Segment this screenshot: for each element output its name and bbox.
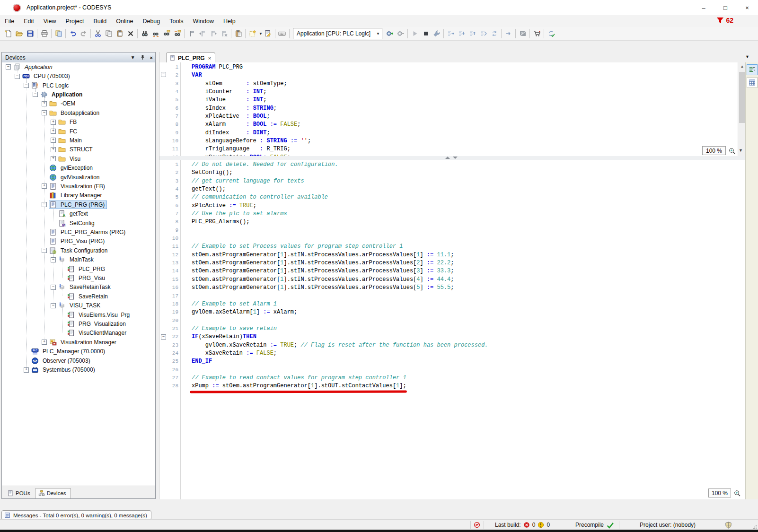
tree-item-saveretaintask[interactable]: −SaveRetainTask	[2, 283, 155, 292]
expand-toggle-icon[interactable]: +	[24, 367, 29, 373]
open-project-button[interactable]	[14, 28, 25, 39]
tree-item-gvlvisualization[interactable]: gvlVisualization	[2, 173, 155, 182]
tree-item-application[interactable]: −Application	[2, 90, 155, 99]
expand-toggle-icon[interactable]: +	[51, 138, 56, 143]
expand-toggle-icon[interactable]: +	[51, 156, 56, 161]
paste-clipboard-button[interactable]	[233, 28, 244, 39]
tree-item-gvlexception[interactable]: gvlException	[2, 163, 155, 172]
maximize-button[interactable]: □	[714, 0, 736, 15]
implementation-zoom-icon[interactable]	[732, 488, 742, 497]
textual-declaration-view-button[interactable]	[747, 64, 758, 75]
device-tree[interactable]: −Application−CPUCPU (705003)−PLC Logic−A…	[2, 62, 155, 486]
edit-object-button[interactable]	[263, 28, 273, 39]
tree-item-cpu-705003[interactable]: −CPUCPU (705003)	[2, 71, 155, 80]
tree-item-bootapplication[interactable]: −Bootapplication	[2, 108, 155, 117]
security-shield-icon[interactable]	[725, 520, 732, 530]
menu-help[interactable]: Help	[219, 17, 240, 26]
tree-item-visu-task[interactable]: −VISU_TASK	[2, 301, 155, 310]
logout-button[interactable]	[395, 28, 406, 39]
close-tab-icon[interactable]: ×	[208, 55, 211, 61]
panel-menu-icon[interactable]: ▼	[131, 55, 135, 60]
tree-item-application[interactable]: −Application	[2, 62, 155, 71]
save-project-button[interactable]	[25, 28, 35, 39]
step-into-button[interactable]	[456, 28, 467, 39]
tab-plc-prg[interactable]: PLC_PRG ×	[166, 52, 215, 63]
tree-item-task-configuration[interactable]: −Task Configuration	[2, 246, 155, 255]
expand-toggle-icon[interactable]: −	[42, 202, 47, 207]
paste-button[interactable]	[114, 28, 125, 39]
fold-marker[interactable]: −	[161, 72, 166, 77]
pin-icon[interactable]	[140, 55, 145, 60]
codesys-store-button[interactable]	[531, 28, 542, 39]
menu-project[interactable]: Project	[61, 17, 89, 26]
tree-item-systembus-705000[interactable]: +Systembus (705000)	[2, 365, 155, 374]
reset-warm-button[interactable]	[489, 28, 500, 39]
tree-item-fb[interactable]: +FB	[2, 117, 155, 126]
expand-toggle-icon[interactable]: −	[6, 64, 11, 70]
tree-item-saveretain[interactable]: SaveRetain	[2, 292, 155, 301]
implementation-editor[interactable]: − 1// Do not delete. Needed for configur…	[159, 160, 746, 499]
keyboard-input-button[interactable]	[277, 28, 288, 39]
menu-debug[interactable]: Debug	[138, 17, 165, 26]
declaration-zoom-icon[interactable]	[727, 146, 737, 155]
expand-toggle-icon[interactable]: +	[51, 147, 56, 152]
tree-item-prg-visu[interactable]: PRG_Visu	[2, 273, 155, 282]
find-button[interactable]	[139, 28, 150, 39]
run-to-cursor-button[interactable]	[478, 28, 489, 39]
find-in-project-button[interactable]	[161, 28, 172, 39]
new-object-button[interactable]	[247, 28, 258, 39]
menu-build[interactable]: Build	[88, 17, 111, 26]
expand-toggle-icon[interactable]: −	[51, 257, 56, 262]
delete-button[interactable]	[125, 28, 136, 39]
tree-item-visualization-fb[interactable]: +Visualization (FB)	[2, 182, 155, 191]
undo-button[interactable]	[67, 28, 78, 39]
replace-in-project-button[interactable]	[172, 28, 183, 39]
new-project-button[interactable]	[3, 28, 14, 39]
implementation-zoom-level[interactable]: 100 %	[708, 488, 731, 497]
new-object-caret-icon[interactable]: ▼	[259, 32, 263, 36]
replace-button[interactable]	[150, 28, 161, 39]
tree-item-plc-logic[interactable]: −PLC Logic	[2, 81, 155, 90]
expand-toggle-icon[interactable]: +	[51, 129, 56, 134]
tree-item-visu[interactable]: +Visu	[2, 154, 155, 163]
tree-item-library-manager[interactable]: Library Manager	[2, 191, 155, 200]
tree-item-plc-manager-70-0000[interactable]: PLCPLC_Manager (70.0000)	[2, 347, 155, 356]
tabular-declaration-view-button[interactable]	[747, 77, 758, 88]
login-button[interactable]	[384, 28, 395, 39]
menu-window[interactable]: Window	[188, 17, 218, 26]
tab-pous[interactable]: POUs	[4, 488, 35, 498]
expand-toggle-icon[interactable]: −	[15, 74, 20, 79]
tree-item-plc-prg[interactable]: PLC_PRG	[2, 264, 155, 273]
stop-button[interactable]	[420, 28, 431, 39]
expand-toggle-icon[interactable]: −	[42, 110, 47, 115]
menu-online[interactable]: Online	[111, 17, 138, 26]
redo-button[interactable]	[78, 28, 89, 39]
tree-item-observer-705003[interactable]: Observer (705003)	[2, 356, 155, 365]
menu-tools[interactable]: Tools	[165, 17, 188, 26]
expand-toggle-icon[interactable]: +	[42, 340, 47, 345]
tree-item-plc-prg-prg[interactable]: −PLC_PRG (PRG)	[2, 200, 155, 209]
tree-item-main[interactable]: +Main	[2, 136, 155, 145]
scrollbar-thumb[interactable]	[739, 72, 745, 123]
declaration-zoom-level[interactable]: 100 %	[702, 146, 726, 155]
expand-toggle-icon[interactable]: −	[33, 92, 38, 97]
tab-list-dropdown-icon[interactable]: ▼	[745, 54, 749, 59]
cut-button[interactable]	[92, 28, 103, 39]
tree-item-fc[interactable]: +FC	[2, 127, 155, 136]
tab-devices[interactable]: Devices	[35, 488, 71, 498]
tree-item-visuclientmanager[interactable]: VisuClientManager	[2, 329, 155, 338]
menu-view[interactable]: View	[39, 17, 61, 26]
expand-toggle-icon[interactable]: −	[42, 248, 47, 253]
tree-item-gettext[interactable]: AgetText	[2, 209, 155, 218]
tree-item-struct[interactable]: +STRUCT	[2, 145, 155, 154]
clear-bookmarks-button[interactable]	[219, 28, 229, 39]
build-button[interactable]	[431, 28, 442, 39]
menu-edit[interactable]: Edit	[19, 17, 39, 26]
tree-item-visualization-manager[interactable]: +Visualization Manager	[2, 338, 155, 347]
combo-dropdown-icon[interactable]: ▼	[374, 28, 382, 39]
splitter-down-icon[interactable]	[453, 157, 458, 159]
expand-toggle-icon[interactable]: +	[42, 183, 47, 189]
menu-file[interactable]: File	[0, 17, 19, 26]
update-devices-button[interactable]	[546, 28, 556, 39]
visualization-disabled-button[interactable]	[517, 28, 528, 39]
